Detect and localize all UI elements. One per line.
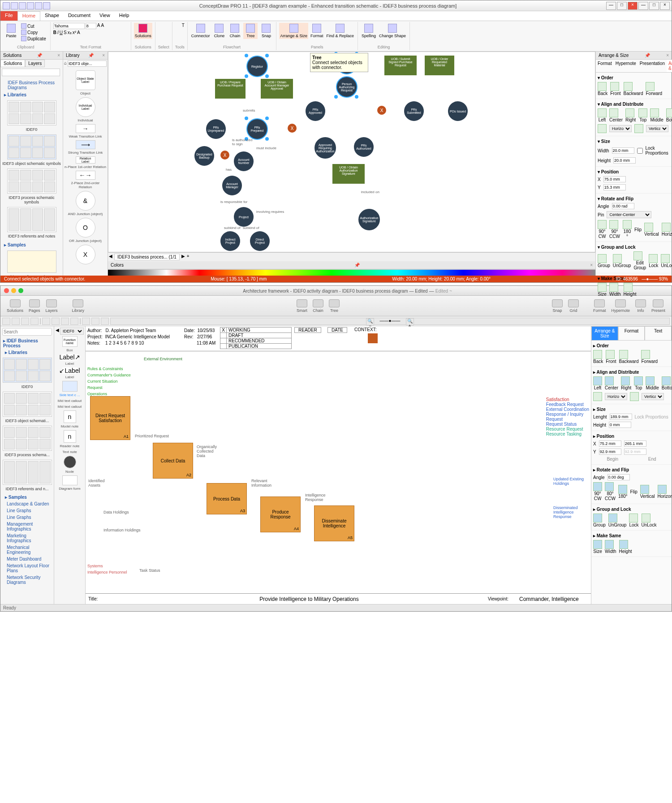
present-button[interactable]: Present (649, 298, 668, 314)
node-submitted[interactable]: PRs Submitted (404, 101, 424, 121)
bold-icon[interactable]: B (53, 30, 56, 35)
drawing-canvas[interactable]: Tree Connect selected objects with conne… (108, 52, 595, 252)
node-approved-req-auth[interactable]: Approved Requiring Authorization (314, 137, 336, 159)
dist-v-icon[interactable] (634, 124, 643, 133)
shape-stronglink[interactable]: ⟶ (76, 140, 95, 149)
clone-button[interactable]: Clone (212, 23, 226, 39)
doc-maximize-button[interactable]: □ (649, 2, 659, 10)
lib-thumb[interactable] (7, 168, 56, 194)
node-issued[interactable]: POs Issued (448, 101, 468, 121)
tree-libs[interactable]: ▸ Libraries (2, 91, 61, 99)
lib-thumb[interactable] (3, 358, 52, 383)
lasso-icon[interactable] (12, 318, 20, 325)
sect-group[interactable]: ▾ Group and Lock (598, 244, 670, 250)
sel-handle[interactable] (265, 74, 269, 78)
x-field[interactable] (603, 176, 626, 182)
sect-group[interactable]: ▸ Group and Lock (593, 506, 670, 513)
group-icon[interactable] (598, 254, 607, 263)
pin-icon[interactable]: 📌 (645, 53, 650, 58)
sample-item[interactable]: Marketing Infographics (2, 532, 52, 544)
copy-button[interactable]: Copy (20, 29, 47, 35)
font-dec-icon[interactable]: A (101, 23, 104, 29)
lock-icon[interactable] (629, 514, 638, 522)
shape-orjunc[interactable]: O (76, 218, 95, 237)
sample-item[interactable]: Meter Dashboard (2, 556, 52, 562)
lib-thumb[interactable] (3, 392, 52, 417)
flip-h-icon[interactable] (662, 223, 671, 232)
lib-home-icon[interactable]: ⌂ (64, 60, 67, 67)
sect-rotate[interactable]: ▾ Rotate and Flip (598, 195, 670, 202)
doc-close-button[interactable]: × (660, 2, 670, 10)
sample-thumb[interactable] (7, 250, 56, 273)
pages-button[interactable]: Pages (26, 298, 43, 314)
box-a3[interactable]: Process DataA3 (207, 483, 247, 514)
rtab-format[interactable]: Format (618, 326, 645, 341)
close-panel-icon[interactable]: × (102, 53, 105, 58)
underline-icon[interactable]: U (60, 30, 63, 35)
angle-field[interactable] (607, 474, 630, 480)
solutions-button[interactable]: Solutions (4, 298, 26, 314)
dist-h-select[interactable]: Horizontal (609, 125, 632, 132)
same-size-icon[interactable] (593, 540, 602, 549)
unlock-icon[interactable] (642, 514, 650, 522)
zoomout-icon[interactable]: 🔍− (366, 318, 374, 325)
grid-button[interactable]: Grid (565, 298, 582, 314)
node-approved[interactable]: PRs Approved (306, 101, 325, 121)
back-icon[interactable] (598, 82, 607, 91)
subscript-icon[interactable]: x₂ (68, 30, 72, 35)
x2-field[interactable] (624, 440, 646, 447)
align-left-icon[interactable] (593, 376, 602, 385)
shape-sidetext[interactable] (62, 381, 78, 392)
backward-icon[interactable] (624, 82, 633, 91)
node-direct[interactable]: Direct Project (250, 231, 270, 251)
doc-minimize-button[interactable]: — (638, 2, 648, 10)
changeshape-button[interactable]: Change Shape (378, 23, 407, 39)
pen-icon[interactable] (61, 318, 69, 325)
pin-select[interactable]: Center-Center (607, 211, 651, 218)
tree-bp[interactable]: ▸ IDEF Business Process (2, 337, 52, 349)
sel-handle[interactable] (265, 137, 269, 141)
node-sig[interactable]: Authorization Signature (358, 209, 380, 230)
node-authorized[interactable]: PRs Authorized (354, 137, 374, 157)
pin-icon[interactable]: 📌 (88, 53, 94, 58)
snap-button[interactable]: Snap (259, 23, 273, 39)
width-field[interactable] (612, 147, 634, 154)
rot-ccw-icon[interactable] (605, 482, 614, 491)
italic-icon[interactable]: I (57, 30, 59, 35)
zoomin-icon[interactable]: 🔍+ (406, 318, 414, 325)
lib-select[interactable]: IDEF0 (60, 328, 84, 335)
zoom-button[interactable] (18, 288, 23, 293)
lib-select[interactable] (68, 60, 107, 67)
arrange-size-button[interactable]: Arrange & Size (279, 23, 308, 39)
x-junction[interactable]: X (220, 151, 229, 160)
sect-position[interactable]: ▸ Position (593, 433, 670, 440)
qat-btn[interactable] (27, 2, 34, 9)
lib-thumb[interactable] (3, 426, 52, 451)
align-middle-icon[interactable] (646, 376, 655, 385)
node-backup[interactable]: Designated Backup (194, 146, 214, 166)
forward-icon[interactable] (641, 350, 650, 359)
sect-order[interactable]: ▸ Order (593, 342, 670, 349)
rtab-arrange[interactable]: Arrange & Size (591, 326, 618, 341)
flip-v-icon[interactable] (640, 485, 649, 494)
lib-thumb[interactable] (7, 100, 56, 125)
shape-nplace[interactable]: Relation Label (76, 156, 95, 164)
align-center-icon[interactable] (609, 108, 618, 117)
uob-9[interactable]: UOB / Obtain Authorization Signature (332, 164, 365, 184)
text-icon[interactable]: T (182, 23, 185, 28)
node-indirect[interactable]: Indirect Project (220, 231, 240, 251)
tab-shape[interactable]: Shape (40, 11, 64, 21)
font-inc-icon[interactable]: A (97, 23, 100, 29)
tab-home[interactable]: Home (17, 11, 40, 21)
uob-8[interactable]: UOB / Obtain Account Manager Approval (261, 79, 293, 99)
rot-cw-icon[interactable] (593, 482, 602, 491)
align-top-icon[interactable] (634, 376, 643, 385)
group-icon[interactable] (593, 514, 602, 522)
backward-icon[interactable] (619, 350, 628, 359)
arc-icon[interactable] (52, 318, 60, 325)
tab-layers[interactable]: Layers (25, 60, 45, 67)
front-icon[interactable] (610, 82, 619, 91)
spelling-button[interactable]: Spelling (361, 23, 377, 39)
font-select[interactable] (53, 23, 85, 29)
tree-libs[interactable]: ▸ Libraries (2, 349, 52, 356)
